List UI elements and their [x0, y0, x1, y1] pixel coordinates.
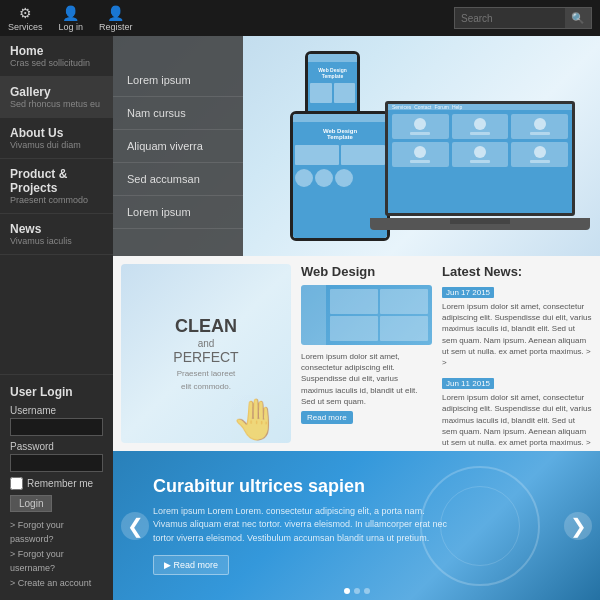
dropdown-menu: Lorem ipsum Nam cursus Aliquam viverra S… — [113, 36, 243, 256]
devices-area: Web DesignTemplate Web DesignTemplate — [230, 46, 590, 246]
username-input[interactable] — [10, 418, 103, 436]
sidebar-item-gallery[interactable]: Gallery Sed rhoncus metus eu — [0, 77, 113, 118]
laptop-screen: Services Contact Forum Help — [385, 101, 575, 216]
web-design-preview — [301, 285, 432, 345]
remember-checkbox[interactable] — [10, 477, 23, 490]
login-button[interactable]: Login — [10, 495, 52, 512]
user-login-section: User Login Username Password Remember me… — [0, 374, 113, 600]
scroll-indicator — [344, 588, 370, 594]
tablet-text-area: CLEAN and PERFECT Praesent laoreet elit … — [173, 316, 238, 391]
tablet-hand-area: CLEAN and PERFECT Praesent laoreet elit … — [121, 264, 291, 443]
read-more-button[interactable]: Read more — [301, 411, 353, 424]
remember-me: Remember me — [10, 477, 103, 490]
login-icon: 👤 — [62, 5, 79, 21]
wd-cell-4 — [380, 316, 428, 341]
laptop-base — [370, 218, 590, 230]
forgot-password-link[interactable]: Forgot your password? — [10, 518, 103, 547]
dropdown-item-2[interactable]: Aliquam viverra — [113, 130, 243, 163]
create-account-link[interactable]: Create an account — [10, 576, 103, 590]
sidebar: Home Cras sed sollicitudin Gallery Sed r… — [0, 36, 113, 600]
login-links: Forgot your password? Forgot your userna… — [10, 518, 103, 590]
banner-next-button[interactable]: ❯ — [564, 512, 592, 540]
dropdown-item-0[interactable]: Lorem ipsum — [113, 64, 243, 97]
forgot-username-link[interactable]: Forgot your username? — [10, 547, 103, 576]
dropdown-item-4[interactable]: Lorem ipsum — [113, 196, 243, 229]
top-bar: ⚙ Services 👤 Log in 👤 Register 🔍 — [0, 0, 600, 36]
main-content: Lorem ipsum Nam cursus Aliquam viverra S… — [113, 36, 600, 600]
search-button[interactable]: 🔍 — [565, 8, 591, 28]
wd-cell-2 — [380, 289, 428, 314]
latest-news-section: Latest News: Jun 17 2015 Lorem ipsum dol… — [442, 264, 592, 443]
services-icon: ⚙ — [19, 5, 32, 21]
search-input[interactable] — [455, 11, 565, 26]
banner-read-more-button[interactable]: Read more — [153, 555, 229, 575]
hero-section: Lorem ipsum Nam cursus Aliquam viverra S… — [113, 36, 600, 256]
banner-content: Curabitur ultrices sapien Lorem ipsum Lo… — [153, 476, 453, 576]
dot-1[interactable] — [344, 588, 350, 594]
main-layout: Home Cras sed sollicitudin Gallery Sed r… — [0, 36, 600, 600]
sidebar-item-home[interactable]: Home Cras sed sollicitudin — [0, 36, 113, 77]
laptop-mockup: Services Contact Forum Help — [370, 101, 590, 246]
dropdown-item-3[interactable]: Sed accumsan — [113, 163, 243, 196]
dot-2[interactable] — [354, 588, 360, 594]
blue-banner: ❮ Curabitur ultrices sapien Lorem ipsum … — [113, 451, 600, 600]
services-nav[interactable]: ⚙ Services — [8, 5, 43, 32]
web-design-section: Web Design Lorem ipsum dolor sit amet, c… — [301, 264, 432, 443]
banner-prev-button[interactable]: ❮ — [121, 512, 149, 540]
sidebar-item-about[interactable]: About Us Vivamus dui diam — [0, 118, 113, 159]
register-icon: 👤 — [107, 5, 124, 21]
news-item-1: Jun 11 2015 Lorem ipsum dolor sit amet, … — [442, 376, 592, 451]
sidebar-item-news[interactable]: News Vivamus iaculis — [0, 214, 113, 255]
login-nav[interactable]: 👤 Log in — [59, 5, 84, 32]
news-item-0: Jun 17 2015 Lorem ipsum dolor sit amet, … — [442, 285, 592, 368]
wd-cell-3 — [330, 316, 378, 341]
middle-section: CLEAN and PERFECT Praesent laoreet elit … — [113, 256, 600, 451]
wd-cell-1 — [330, 289, 378, 314]
register-nav[interactable]: 👤 Register — [99, 5, 133, 32]
hand-icon: 🤚 — [231, 396, 281, 443]
search-bar: 🔍 — [454, 7, 592, 29]
sidebar-item-products[interactable]: Product & Projects Praesent commodo — [0, 159, 113, 214]
dot-3[interactable] — [364, 588, 370, 594]
password-input[interactable] — [10, 454, 103, 472]
dropdown-item-1[interactable]: Nam cursus — [113, 97, 243, 130]
wd-content — [326, 285, 432, 345]
wd-sidebar-mini — [301, 285, 326, 345]
